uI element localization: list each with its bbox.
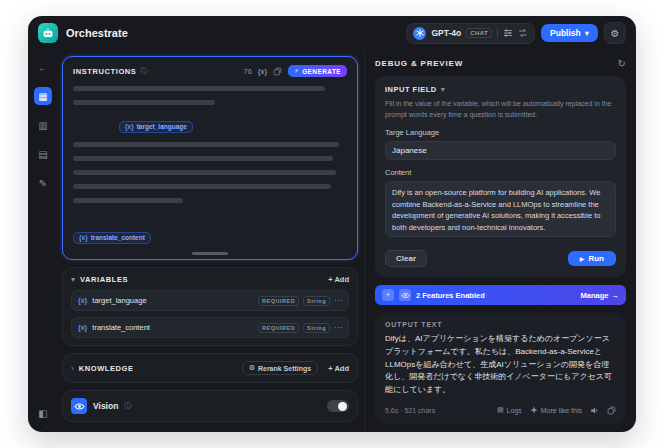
- add-variable-button[interactable]: + Add: [328, 275, 349, 284]
- logs-icon: ▤: [497, 406, 504, 414]
- back-button[interactable]: ←: [34, 58, 52, 76]
- run-label: Run: [588, 254, 604, 263]
- top-bar: Orchestrate GPT-4o CHAT Publish ▾: [28, 16, 636, 50]
- knowledge-section: › KNOWLEDGE ⚙ Rerank Settings + Add: [62, 353, 358, 383]
- chevron-down-icon[interactable]: ▾: [71, 275, 75, 284]
- output-stats: 5.6s · 521 chars: [385, 407, 435, 414]
- variable-name: translate_content: [92, 323, 150, 332]
- features-enabled-text: 2 Features Enabled: [416, 291, 485, 300]
- required-badge: REQUIRED: [258, 296, 299, 306]
- chevron-down-icon: ▾: [585, 28, 589, 38]
- robot-icon: [41, 26, 55, 40]
- logs-label: Logs: [507, 407, 522, 414]
- variable-row[interactable]: {x} translate_content REQUIRED String ⋯: [71, 317, 349, 338]
- char-count: 76: [244, 67, 252, 76]
- copy-icon: [607, 406, 616, 415]
- knowledge-title: KNOWLEDGE: [79, 364, 134, 373]
- vision-section: Vision ⓘ: [62, 390, 358, 422]
- debug-preview-title: DEBUG & PREVIEW: [375, 59, 463, 68]
- publish-button[interactable]: Publish ▾: [541, 24, 598, 42]
- prompt-text-line: [73, 198, 183, 203]
- prompt-text-line: [73, 100, 215, 105]
- collapse-sidebar-button[interactable]: ◧: [34, 404, 52, 422]
- toggle-knob: [338, 402, 347, 411]
- gear-icon: ⚙: [611, 28, 620, 39]
- prompt-text-line: [73, 142, 339, 147]
- content-textarea[interactable]: Dify is an open-source platform for buil…: [385, 181, 616, 237]
- divider: [497, 28, 498, 38]
- chevron-right-icon[interactable]: ›: [71, 364, 74, 373]
- app-window: Orchestrate GPT-4o CHAT Publish ▾: [28, 16, 636, 432]
- add-knowledge-button[interactable]: + Add: [328, 364, 349, 373]
- variable-icon: {x}: [125, 123, 134, 130]
- terminal-icon: ▥: [38, 120, 47, 131]
- vision-toggle[interactable]: [327, 400, 349, 412]
- variable-icon: {x}: [78, 297, 87, 304]
- sidebar-item-terminal[interactable]: ▥: [34, 116, 52, 134]
- vision-title: Vision: [93, 401, 118, 411]
- prompt-text-line: [73, 86, 325, 91]
- speak-button[interactable]: [590, 406, 599, 415]
- sliders-icon[interactable]: [503, 28, 513, 38]
- variable-icon: {x}: [79, 234, 88, 241]
- copy-icon[interactable]: [273, 67, 282, 76]
- model-mode-badge: CHAT: [466, 28, 492, 38]
- target-language-label: Targe Language: [385, 128, 616, 137]
- type-badge: String: [303, 296, 330, 306]
- output-title: OUTPUT TEXT: [385, 321, 616, 328]
- model-selector[interactable]: GPT-4o CHAT: [406, 23, 535, 44]
- settings-button[interactable]: ⚙: [604, 22, 626, 44]
- copy-output-button[interactable]: [607, 406, 616, 415]
- document-icon: ▤: [38, 149, 47, 160]
- input-field-card: INPUT FIELD ▾ Fill in the value of the v…: [375, 76, 626, 277]
- clear-button[interactable]: Clear: [385, 250, 427, 267]
- variable-more-icon[interactable]: ⋯: [334, 323, 342, 332]
- feature-vision-icon: [399, 289, 411, 301]
- variable-more-icon[interactable]: ⋯: [334, 296, 342, 305]
- rerank-settings-button[interactable]: ⚙ Rerank Settings: [242, 361, 319, 375]
- instructions-title: INSTRUCTIONS: [73, 67, 136, 76]
- input-field-description: Fill in the value of the variable, which…: [385, 99, 616, 120]
- manage-features-button[interactable]: Manage →: [581, 291, 619, 300]
- debug-preview-column: DEBUG & PREVIEW ↻ INPUT FIELD ▾ Fill in …: [364, 50, 636, 432]
- sidebar-item-orchestrate[interactable]: ▦: [34, 87, 52, 105]
- prompt-text-line: [73, 156, 333, 161]
- target-language-input[interactable]: [385, 141, 616, 160]
- star-icon: [530, 406, 538, 414]
- variable-row[interactable]: {x} target_language REQUIRED String ⋯: [71, 290, 349, 311]
- variables-title: VARIABLES: [80, 275, 128, 284]
- orchestrate-column: INSTRUCTIONS ⓘ 76 {x} ⚡ GENERATE: [58, 50, 364, 432]
- prompt-text-line: [73, 170, 336, 175]
- bolt-icon: ⚡: [294, 67, 299, 75]
- model-provider-icon: [413, 27, 426, 40]
- left-sidebar: ← ▦ ▥ ▤ ✎ ◧: [28, 50, 58, 432]
- insert-variable-button[interactable]: {x}: [258, 68, 267, 75]
- page-title: Orchestrate: [66, 27, 128, 39]
- collapse-icon: ◧: [38, 408, 47, 419]
- features-bar[interactable]: ⚡ 2 Features Enabled Manage →: [375, 285, 626, 305]
- app-logo-icon: [38, 23, 58, 43]
- swap-model-icon[interactable]: [518, 28, 528, 38]
- variable-icon: {x}: [78, 324, 87, 331]
- variable-token-translate-content[interactable]: {x} translate_content: [73, 232, 151, 244]
- info-icon: ⓘ: [140, 66, 147, 76]
- speaker-icon: [590, 406, 599, 415]
- grid-icon: ▦: [38, 91, 47, 102]
- sidebar-item-annotations[interactable]: ✎: [34, 174, 52, 192]
- instructions-panel[interactable]: INSTRUCTIONS ⓘ 76 {x} ⚡ GENERATE: [62, 56, 358, 260]
- sidebar-item-logs[interactable]: ▤: [34, 145, 52, 163]
- variables-section: ▾ VARIABLES + Add {x} target_language RE…: [62, 267, 358, 346]
- run-button[interactable]: ▶ Run: [568, 251, 616, 266]
- chevron-down-icon[interactable]: ▾: [441, 85, 445, 94]
- refresh-icon[interactable]: ↻: [618, 58, 626, 69]
- variable-name: target_language: [92, 296, 146, 305]
- pen-icon: ✎: [39, 178, 47, 189]
- arrow-right-icon: →: [612, 291, 620, 300]
- info-icon: ⓘ: [124, 401, 131, 411]
- variable-token-target-language[interactable]: {x} target_language: [119, 121, 193, 133]
- generate-button[interactable]: ⚡ GENERATE: [288, 65, 347, 77]
- feature-bolt-icon: ⚡: [382, 289, 394, 301]
- scrollbar[interactable]: [192, 252, 228, 255]
- more-like-this-button[interactable]: More like this: [530, 406, 582, 414]
- logs-button[interactable]: ▤ Logs: [497, 406, 522, 414]
